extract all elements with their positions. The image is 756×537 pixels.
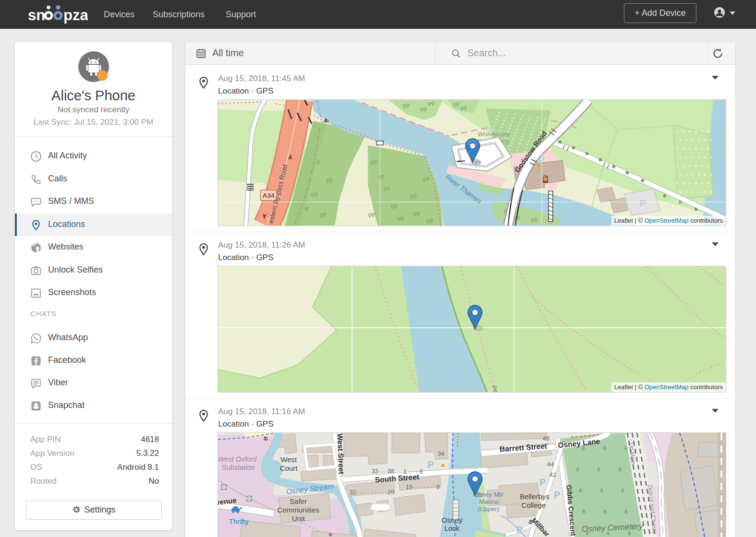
svg-text:Communities: Communities <box>277 506 319 514</box>
svg-text:(Upper): (Upper) <box>478 505 499 513</box>
svg-text:19· · · · · · ·9: 19· · · · · · ·9 <box>406 484 440 490</box>
svg-text:College: College <box>522 501 546 509</box>
svg-text:West: West <box>280 455 297 464</box>
svg-text:Substation: Substation <box>222 464 255 471</box>
svg-text:P: P <box>539 477 546 488</box>
svg-text:P: P <box>639 198 646 209</box>
svg-text:32· · · · · · · · ·20: 32· · · · · · · · ·20 <box>349 489 394 496</box>
svg-text:44: 44 <box>547 461 554 468</box>
svg-text:Safer: Safer <box>290 497 307 505</box>
svg-text:Bellerbys: Bellerbys <box>520 492 549 501</box>
svg-text:Wolvercote: Wolvercote <box>477 131 510 138</box>
svg-text:Unit: Unit <box>292 514 305 523</box>
svg-text:pza: pza <box>63 7 88 24</box>
svg-text:P: P <box>427 459 434 470</box>
svg-text:sn: sn <box>28 7 45 24</box>
svg-text:Osney: Osney <box>441 516 463 524</box>
svg-text:Marina: Marina <box>479 498 498 505</box>
svg-text:34: 34 <box>438 451 444 457</box>
svg-text:48: 48 <box>543 435 549 442</box>
svg-text:Lock: Lock <box>444 524 460 532</box>
svg-text:P: P <box>516 525 523 535</box>
svg-text:33· · ·38: 33· · ·38 <box>371 468 394 475</box>
svg-text:West Street: West Street <box>336 433 346 475</box>
svg-text:P: P <box>554 489 560 500</box>
svg-text:Thrifty: Thrifty <box>229 518 249 525</box>
svg-text:1 · · · 6: 1 · · · 6 <box>403 468 423 475</box>
svg-text:Court: Court <box>280 464 298 472</box>
svg-text:42: 42 <box>549 472 556 478</box>
svg-text:West Oxford: West Oxford <box>218 455 257 463</box>
